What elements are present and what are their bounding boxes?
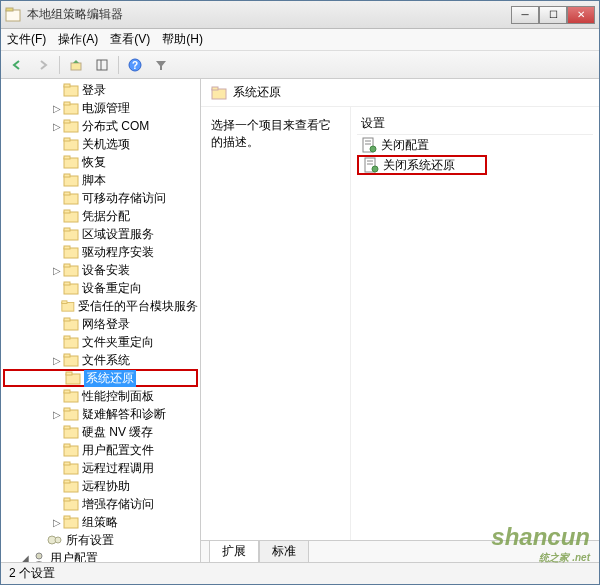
tree-item[interactable]: ▷分布式 COM [3, 117, 198, 135]
svg-rect-48 [64, 444, 70, 447]
help-button[interactable]: ? [123, 54, 147, 76]
tree-item[interactable]: ▷文件系统 [3, 351, 198, 369]
tree-item-label: 网络登录 [82, 316, 130, 333]
tree-item[interactable]: ▷电源管理 [3, 99, 198, 117]
tab-standard[interactable]: 标准 [259, 540, 309, 562]
maximize-button[interactable]: ☐ [539, 6, 567, 24]
details-header: 系统还原 [201, 79, 599, 107]
filter-icon [154, 58, 168, 72]
tree-item[interactable]: ▷设备安装 [3, 261, 198, 279]
setting-item[interactable]: 关闭系统还原 [357, 155, 487, 175]
tree-item[interactable]: 所有设置 [3, 531, 198, 549]
svg-rect-50 [64, 462, 70, 465]
menu-view[interactable]: 查看(V) [110, 31, 150, 48]
svg-rect-32 [62, 301, 67, 304]
tree-item[interactable]: 脚本 [3, 171, 198, 189]
tree-item[interactable]: 远程协助 [3, 477, 198, 495]
expander-icon[interactable]: ▷ [51, 355, 63, 366]
tree-item[interactable]: 硬盘 NV 缓存 [3, 423, 198, 441]
tree-item-label: 文件夹重定向 [82, 334, 154, 351]
expander-icon[interactable]: ◢ [19, 553, 31, 563]
tree-item-label: 设备安装 [82, 262, 130, 279]
tree-item-label: 性能控制面板 [82, 388, 154, 405]
svg-rect-0 [6, 10, 20, 21]
settings-header: 设置 [357, 113, 593, 135]
svg-rect-2 [71, 63, 81, 70]
close-button[interactable]: ✕ [567, 6, 595, 24]
tree-item[interactable]: 用户配置文件 [3, 441, 198, 459]
tree-item[interactable]: 恢复 [3, 153, 198, 171]
tree-item[interactable]: 登录 [3, 81, 198, 99]
window-title: 本地组策略编辑器 [27, 6, 511, 23]
expander-icon[interactable]: ▷ [51, 517, 63, 528]
tree-item[interactable]: 设备重定向 [3, 279, 198, 297]
tree-item[interactable]: 增强存储访问 [3, 495, 198, 513]
tree-item[interactable]: ▷疑难解答和诊断 [3, 405, 198, 423]
tree-item[interactable]: 可移动存储访问 [3, 189, 198, 207]
tree-item-label: 驱动程序安装 [82, 244, 154, 261]
svg-point-59 [36, 553, 42, 559]
tree-item-label: 远程协助 [82, 478, 130, 495]
titlebar-buttons: ─ ☐ ✕ [511, 6, 595, 24]
app-icon [5, 7, 21, 23]
svg-rect-52 [64, 480, 70, 483]
svg-rect-34 [64, 318, 70, 321]
svg-point-75 [372, 166, 378, 172]
svg-rect-67 [212, 87, 218, 90]
forward-button[interactable] [31, 54, 55, 76]
setting-item[interactable]: 关闭配置 [357, 135, 593, 155]
tree-item[interactable]: 文件夹重定向 [3, 333, 198, 351]
expander-icon[interactable]: ▷ [51, 265, 63, 276]
tree-item[interactable]: ◢用户配置 [3, 549, 198, 562]
svg-rect-54 [64, 498, 70, 501]
expander-icon[interactable]: ▷ [51, 409, 63, 420]
up-button[interactable] [64, 54, 88, 76]
titlebar: 本地组策略编辑器 ─ ☐ ✕ [1, 1, 599, 29]
tree-item[interactable]: 区域设置服务 [3, 225, 198, 243]
back-button[interactable] [5, 54, 29, 76]
svg-point-71 [370, 146, 376, 152]
menubar: 文件(F) 操作(A) 查看(V) 帮助(H) [1, 29, 599, 51]
svg-rect-8 [64, 84, 70, 87]
tree-item-label: 受信任的平台模块服务 [78, 298, 198, 315]
tree-item[interactable]: ▷组策略 [3, 513, 198, 531]
tree-item-label: 区域设置服务 [82, 226, 154, 243]
tree-item[interactable]: 驱动程序安装 [3, 243, 198, 261]
tree-item-label: 硬盘 NV 缓存 [82, 424, 153, 441]
tree-panel[interactable]: 登录▷电源管理▷分布式 COM关机选项恢复脚本可移动存储访问凭据分配区域设置服务… [1, 79, 201, 562]
toolbar-separator [118, 56, 119, 74]
expander-icon[interactable]: ▷ [51, 103, 63, 114]
svg-rect-36 [64, 336, 70, 339]
svg-rect-24 [64, 228, 70, 231]
tree-item[interactable]: 网络登录 [3, 315, 198, 333]
tree-item-label: 用户配置文件 [82, 442, 154, 459]
content-area: 登录▷电源管理▷分布式 COM关机选项恢复脚本可移动存储访问凭据分配区域设置服务… [1, 79, 599, 562]
statusbar: 2 个设置 [1, 562, 599, 584]
svg-rect-3 [97, 60, 107, 70]
svg-rect-1 [6, 8, 13, 11]
menu-help[interactable]: 帮助(H) [162, 31, 203, 48]
svg-rect-18 [64, 174, 70, 177]
details-panel: 系统还原 选择一个项目来查看它的描述。 设置 关闭配置关闭系统还原 扩展 标准 [201, 79, 599, 562]
tree-item-label: 所有设置 [66, 532, 114, 549]
minimize-button[interactable]: ─ [511, 6, 539, 24]
filter-button[interactable] [149, 54, 173, 76]
expander-icon[interactable]: ▷ [51, 121, 63, 132]
tree-item[interactable]: 远程过程调用 [3, 459, 198, 477]
tree-item[interactable]: 关机选项 [3, 135, 198, 153]
status-text: 2 个设置 [9, 565, 55, 582]
tree-item-label: 登录 [82, 82, 106, 99]
show-hide-button[interactable] [90, 54, 114, 76]
tree-item-label: 疑难解答和诊断 [82, 406, 166, 423]
tab-extended[interactable]: 扩展 [209, 540, 259, 562]
tree-item-label: 远程过程调用 [82, 460, 154, 477]
description-text: 选择一个项目来查看它的描述。 [211, 117, 340, 151]
tree-item[interactable]: 系统还原 [3, 369, 198, 387]
tree-item[interactable]: 凭据分配 [3, 207, 198, 225]
menu-action[interactable]: 操作(A) [58, 31, 98, 48]
tree-item[interactable]: 受信任的平台模块服务 [3, 297, 198, 315]
details-title: 系统还原 [233, 84, 281, 101]
menu-file[interactable]: 文件(F) [7, 31, 46, 48]
tree-item[interactable]: 性能控制面板 [3, 387, 198, 405]
toolbar-separator [59, 56, 60, 74]
